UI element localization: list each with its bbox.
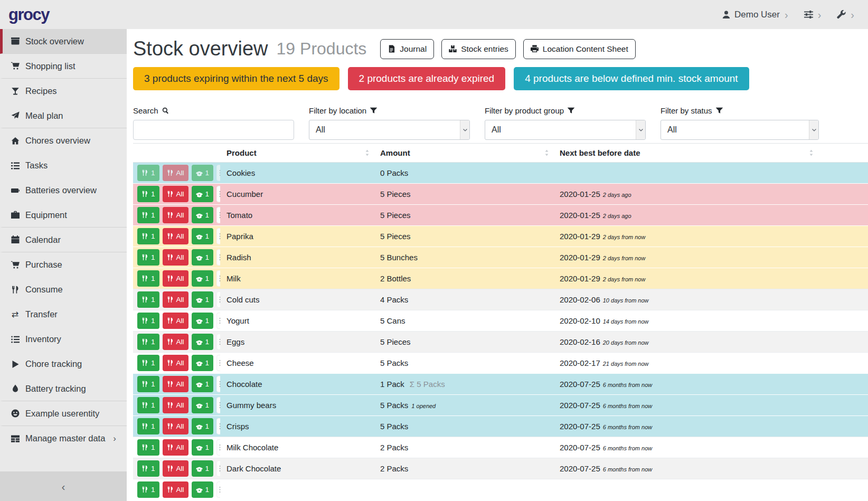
consume-one-button[interactable]: 1	[137, 418, 159, 434]
product-cell[interactable]: Milk Chocolate	[220, 437, 374, 458]
stock-entries-button[interactable]: Stock entries	[441, 39, 516, 59]
open-one-button[interactable]: 1	[192, 376, 214, 392]
consume-all-button[interactable]: All	[163, 397, 188, 413]
sidebar-item-meal-plan[interactable]: Meal plan	[0, 103, 127, 128]
open-one-button[interactable]: 1	[192, 291, 214, 308]
row-more-menu-button[interactable]	[216, 397, 220, 413]
open-one-button[interactable]: 1	[192, 313, 214, 329]
sidebar-item-inventory[interactable]: Inventory	[0, 327, 127, 352]
next-best-before-date-column-header[interactable]: Next best before date	[553, 143, 868, 162]
amount-column-header[interactable]: Amount	[374, 143, 553, 162]
consume-one-button[interactable]: 1	[137, 165, 159, 181]
journal-button[interactable]: Journal	[380, 39, 434, 59]
consume-all-button[interactable]: All	[163, 186, 188, 202]
consume-one-button[interactable]: 1	[137, 397, 159, 413]
alert-warning[interactable]: 3 products expiring within the next 5 da…	[133, 67, 339, 90]
row-more-menu-button[interactable]	[216, 460, 220, 477]
search-input[interactable]	[133, 120, 294, 140]
product-cell[interactable]: Dark Chocolate	[220, 458, 374, 479]
consume-one-button[interactable]: 1	[137, 439, 159, 456]
open-one-button[interactable]: 1	[192, 249, 214, 266]
consume-all-button[interactable]: All	[163, 418, 188, 434]
product-cell[interactable]: Tomato	[220, 204, 374, 225]
consume-one-button[interactable]: 1	[137, 291, 159, 308]
sidebar-item-consume[interactable]: Consume	[0, 277, 127, 302]
open-one-button[interactable]: 1	[192, 439, 214, 456]
consume-one-button[interactable]: 1	[137, 228, 159, 244]
sidebar-item-battery-tracking[interactable]: Battery tracking	[0, 376, 127, 401]
consume-all-button[interactable]: All	[163, 481, 188, 498]
consume-all-button[interactable]: All	[163, 313, 188, 329]
open-one-button[interactable]: 1	[192, 460, 214, 477]
consume-all-button[interactable]: All	[163, 228, 188, 244]
product-cell[interactable]: Cheese	[220, 352, 374, 373]
consume-all-button[interactable]: All	[163, 355, 188, 371]
consume-one-button[interactable]: 1	[137, 460, 159, 477]
sidebar-item-tasks[interactable]: Tasks	[0, 153, 127, 178]
admin-menu[interactable]: ›	[837, 10, 854, 20]
row-more-menu-button[interactable]	[216, 249, 220, 266]
product-cell[interactable]: Cookies	[220, 162, 374, 183]
product-cell[interactable]	[220, 479, 374, 500]
sort-icon[interactable]	[364, 149, 371, 156]
consume-one-button[interactable]: 1	[137, 207, 159, 223]
consume-one-button[interactable]: 1	[137, 270, 159, 287]
row-more-menu-button[interactable]	[216, 270, 220, 287]
consume-one-button[interactable]: 1	[137, 249, 159, 266]
sidebar-item-calendar[interactable]: Calendar	[0, 228, 127, 252]
row-more-menu-button[interactable]	[216, 165, 220, 181]
open-one-button[interactable]: 1	[192, 397, 214, 413]
consume-one-button[interactable]: 1	[137, 313, 159, 329]
row-more-menu-button[interactable]	[216, 334, 220, 350]
open-one-button[interactable]: 1	[192, 207, 214, 223]
consume-all-button[interactable]: All	[163, 249, 188, 266]
consume-all-button[interactable]: All	[163, 439, 188, 456]
sort-icon[interactable]	[808, 149, 815, 156]
consume-one-button[interactable]: 1	[137, 334, 159, 350]
sidebar-collapse-button[interactable]: ‹	[0, 471, 127, 501]
sidebar-item-chores-overview[interactable]: Chores overview	[0, 128, 127, 153]
row-more-menu-button[interactable]	[216, 481, 220, 498]
location-content-sheet-button[interactable]: Location Content Sheet	[523, 39, 636, 59]
consume-all-button[interactable]: All	[163, 334, 188, 350]
product-group-filter-select[interactable]: All	[485, 120, 646, 140]
sidebar-item-example-userentity[interactable]: Example userentity	[0, 401, 127, 426]
product-cell[interactable]: Paprika	[220, 225, 374, 247]
open-one-button[interactable]: 1	[192, 334, 214, 350]
sidebar-item-equipment[interactable]: Equipment	[0, 203, 127, 228]
consume-all-button[interactable]: All	[163, 291, 188, 308]
sidebar-item-transfer[interactable]: ⇄Transfer	[0, 302, 127, 327]
open-one-button[interactable]: 1	[192, 270, 214, 287]
product-cell[interactable]: Milk	[220, 268, 374, 289]
sidebar-item-purchase[interactable]: Purchase	[0, 252, 127, 277]
open-one-button[interactable]: 1	[192, 481, 214, 498]
row-more-menu-button[interactable]	[216, 376, 220, 392]
consume-all-button[interactable]: All	[163, 460, 188, 477]
consume-all-button[interactable]: All	[163, 207, 188, 223]
row-more-menu-button[interactable]	[216, 291, 220, 308]
row-more-menu-button[interactable]	[216, 418, 220, 434]
consume-all-button[interactable]: All	[163, 376, 188, 392]
open-one-button[interactable]: 1	[192, 418, 214, 434]
sidebar-item-recipes[interactable]: Recipes	[0, 79, 127, 103]
product-cell[interactable]: Yogurt	[220, 310, 374, 331]
consume-one-button[interactable]: 1	[137, 376, 159, 392]
location-filter-select[interactable]: All	[309, 120, 470, 140]
row-more-menu-button[interactable]	[216, 355, 220, 371]
product-cell[interactable]: Eggs	[220, 331, 374, 352]
consume-all-button[interactable]: All	[163, 165, 188, 181]
sidebar-item-shopping-list[interactable]: Shopping list	[0, 54, 127, 79]
sidebar-item-chore-tracking[interactable]: Chore tracking	[0, 352, 127, 376]
consume-one-button[interactable]: 1	[137, 186, 159, 202]
status-filter-select[interactable]: All	[661, 120, 819, 140]
product-cell[interactable]: Crisps	[220, 415, 374, 437]
product-cell[interactable]: Gummy bears	[220, 394, 374, 415]
settings-menu[interactable]: ›	[804, 10, 822, 20]
sort-icon[interactable]	[543, 149, 550, 156]
product-cell[interactable]: Radish	[220, 247, 374, 268]
product-cell[interactable]: Cucumber	[220, 183, 374, 204]
row-more-menu-button[interactable]	[216, 439, 220, 456]
row-more-menu-button[interactable]	[216, 207, 220, 223]
consume-all-button[interactable]: All	[163, 270, 188, 287]
row-more-menu-button[interactable]	[216, 186, 220, 202]
